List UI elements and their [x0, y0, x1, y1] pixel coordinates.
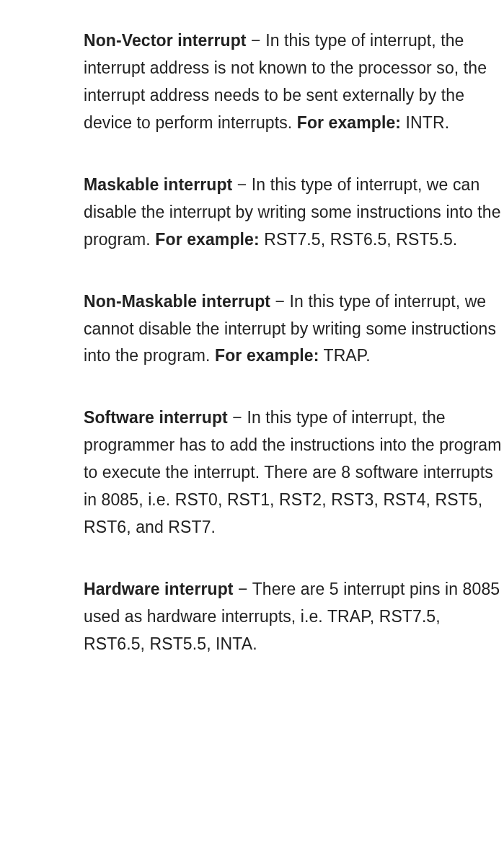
interrupt-entry: Software interrupt − In this type of int… [84, 404, 504, 541]
example-label: For example: [215, 346, 319, 365]
term: Hardware interrupt [84, 580, 234, 598]
example-text: RST7.5, RST6.5, RST5.5. [260, 230, 458, 249]
term: Software interrupt [84, 408, 228, 427]
description: In this type of interrupt, the programme… [84, 408, 502, 536]
interrupt-entry: Non-Maskable interrupt − In this type of… [84, 288, 504, 371]
term: Non-Maskable interrupt [84, 292, 270, 311]
term: Non-Vector interrupt [84, 31, 247, 50]
dash: − [232, 175, 252, 194]
example-text: INTR. [401, 113, 449, 132]
dash: − [228, 408, 247, 427]
term: Maskable interrupt [84, 175, 232, 194]
dash: − [270, 292, 290, 311]
interrupt-entry: Maskable interrupt − In this type of int… [84, 172, 504, 254]
interrupt-entry: Non-Vector interrupt − In this type of i… [84, 27, 504, 137]
dash: − [247, 31, 266, 50]
dash: − [234, 580, 252, 598]
interrupt-entry: Hardware interrupt − There are 5 interru… [84, 576, 504, 658]
example-label: For example: [155, 230, 259, 249]
example-text: TRAP. [319, 346, 370, 365]
example-label: For example: [297, 113, 401, 132]
